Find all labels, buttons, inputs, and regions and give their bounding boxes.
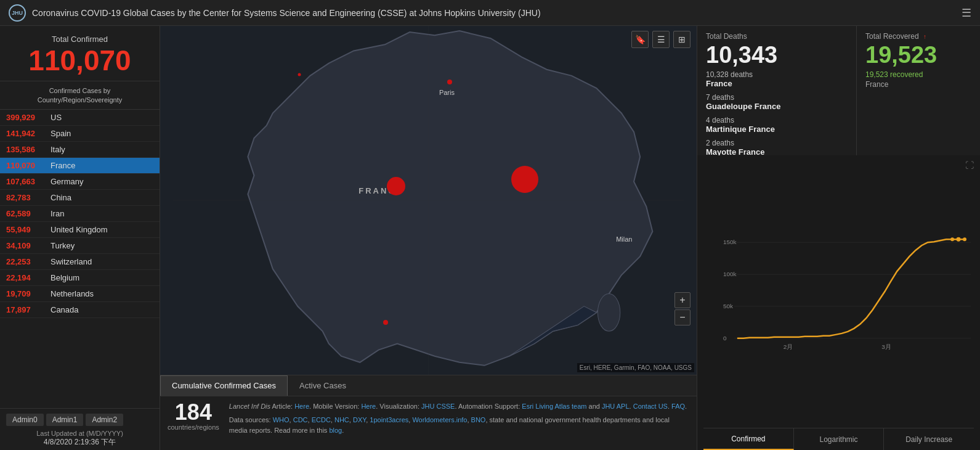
sidebar: Total Confirmed 110,070 Confirmed Cases … xyxy=(0,26,160,450)
recovered-card: Total Recovered ↑ 19,523 19,523 recovere… xyxy=(857,26,980,155)
link-jhu-apl[interactable]: JHU APL xyxy=(602,403,630,410)
recovered-country: France xyxy=(865,80,971,89)
map-label-paris: Paris xyxy=(439,89,455,96)
link-cdc[interactable]: CDC xyxy=(293,416,308,423)
last-updated: Last Updated at (M/D/YYYY) 4/8/2020 2:19… xyxy=(6,430,153,448)
zoom-out-button[interactable]: − xyxy=(674,309,690,325)
map-red-dot xyxy=(387,177,405,195)
tab-active-cases[interactable]: Active Cases xyxy=(288,375,358,396)
country-name: France xyxy=(51,161,75,170)
chart-tabs: Confirmed Logarithmic Daily Increase xyxy=(703,428,974,450)
country-name: Turkey xyxy=(51,241,75,250)
country-count: 399,929 xyxy=(6,113,51,122)
link-who[interactable]: WHO xyxy=(273,416,290,423)
death-country: Martinique France xyxy=(706,125,848,134)
link-faq[interactable]: FAQ xyxy=(671,403,685,410)
country-item[interactable]: 135,586Italy xyxy=(0,142,160,158)
last-updated-value: 4/8/2020 2:19:36 下午 xyxy=(6,437,153,448)
country-count: 19,709 xyxy=(6,289,51,298)
svg-text:100k: 100k xyxy=(723,271,737,277)
chart-tab-confirmed[interactable]: Confirmed xyxy=(703,428,794,450)
jhu-logo: JHU xyxy=(9,4,26,22)
info-line2: Data sources: WHO, CDC, ECDC, NHC, DXY, … xyxy=(229,415,689,436)
country-name: US xyxy=(51,113,62,122)
country-count: 141,942 xyxy=(6,129,51,138)
total-confirmed-number: 110,070 xyxy=(5,46,155,75)
death-entry: 2 deathsMayotte France xyxy=(706,139,848,155)
link-blog[interactable]: blog xyxy=(329,427,342,434)
map-red-dot xyxy=(298,73,301,76)
country-item[interactable]: 22,194Belgium xyxy=(0,270,160,286)
chart-tab-logarithmic[interactable]: Logarithmic xyxy=(794,428,885,450)
link-bno[interactable]: BNO xyxy=(471,416,486,423)
link-esri[interactable]: Esri Living Atlas team xyxy=(522,403,586,410)
link-jhu-csse[interactable]: JHU CSSE xyxy=(421,403,455,410)
deaths-number: 10,343 xyxy=(706,43,848,67)
link-ecdc[interactable]: ECDC xyxy=(312,416,331,423)
link-1point3acres[interactable]: 1point3acres xyxy=(370,416,408,423)
chart-tab-daily-increase[interactable]: Daily Increase xyxy=(884,428,974,450)
country-name: Italy xyxy=(51,145,65,154)
bottom-info: 184 countries/regions Lancet Inf Dis Art… xyxy=(160,396,697,450)
country-name: Germany xyxy=(51,177,83,186)
country-item[interactable]: 17,897Canada xyxy=(0,302,160,318)
total-confirmed-label: Total Confirmed xyxy=(5,35,155,44)
death-country: Mayotte France xyxy=(706,147,848,155)
link-contact[interactable]: Contact US xyxy=(633,403,668,410)
bookmark-icon[interactable]: 🔖 xyxy=(631,31,649,48)
menu-icon[interactable]: ☰ xyxy=(962,6,971,20)
country-item[interactable]: 34,109Turkey xyxy=(0,238,160,254)
country-count: 55,949 xyxy=(6,225,51,234)
svg-text:0: 0 xyxy=(723,335,727,342)
country-item[interactable]: 82,783China xyxy=(0,190,160,206)
deaths-title: Total Deaths xyxy=(706,32,848,41)
link-mobile[interactable]: Here xyxy=(361,403,376,410)
chart-canvas: 150k 100k 50k 0 2月 3月 xyxy=(703,162,974,428)
country-item[interactable]: 22,253Switzerland xyxy=(0,254,160,270)
sidebar-bottom: Admin0Admin1Admin2 Last Updated at (M/D/… xyxy=(0,408,160,450)
svg-text:150k: 150k xyxy=(723,239,737,245)
link-dxy[interactable]: DXY xyxy=(353,416,366,423)
header: JHU Coronavirus COVID-19 Global Cases by… xyxy=(0,0,980,26)
country-name: United Kingdom xyxy=(51,225,108,234)
link-worldometers[interactable]: Worldometers.info xyxy=(412,416,467,423)
country-item[interactable]: 107,663Germany xyxy=(0,174,160,190)
list-icon[interactable]: ☰ xyxy=(652,31,670,48)
map-red-dot xyxy=(383,320,388,325)
link-nhc[interactable]: NHC xyxy=(334,416,349,423)
link-lancet[interactable]: Here xyxy=(294,403,309,410)
country-item[interactable]: 141,942Spain xyxy=(0,126,160,142)
country-count: 107,663 xyxy=(6,177,51,186)
admin-tabs: Admin0Admin1Admin2 xyxy=(6,414,153,426)
grid-icon[interactable]: ⊞ xyxy=(673,31,690,48)
info-line1: Lancet Inf Dis Article: Here. Mobile Ver… xyxy=(229,401,689,412)
country-item[interactable]: 399,929US xyxy=(0,110,160,126)
death-country: Guadeloupe France xyxy=(706,102,848,111)
admin-tab[interactable]: Admin1 xyxy=(46,414,84,426)
country-name: Canada xyxy=(51,305,79,314)
death-count: 10,328 deaths xyxy=(706,70,848,79)
svg-text:2月: 2月 xyxy=(784,343,793,350)
main-content: Total Confirmed 110,070 Confirmed Cases … xyxy=(0,26,980,450)
country-item[interactable]: 62,589Iran xyxy=(0,206,160,222)
country-item[interactable]: 19,709Netherlands xyxy=(0,286,160,302)
map-container[interactable]: Paris FRANCE Milan 🔖 ☰ ⊞ + − Esri, HERE, xyxy=(160,26,697,375)
country-item[interactable]: 55,949United Kingdom xyxy=(0,222,160,238)
death-entries: 10,328 deathsFrance7 deathsGuadeloupe Fr… xyxy=(706,70,848,155)
map-red-dot xyxy=(511,166,538,193)
map-area: Paris FRANCE Milan 🔖 ☰ ⊞ + − Esri, HERE, xyxy=(160,26,697,450)
country-item[interactable]: 110,070France xyxy=(0,158,160,174)
map-red-dot xyxy=(447,80,452,84)
confirmed-by-region-label: Confirmed Cases byCountry/Region/Soverei… xyxy=(0,81,160,110)
death-entry: 7 deathsGuadeloupe France xyxy=(706,93,848,111)
country-name: Spain xyxy=(51,129,71,138)
map-toolbar: 🔖 ☰ ⊞ xyxy=(631,31,690,48)
chart-svg: 150k 100k 50k 0 2月 3月 xyxy=(703,162,974,428)
zoom-in-button[interactable]: + xyxy=(674,292,690,308)
admin-tab[interactable]: Admin0 xyxy=(6,414,44,426)
admin-tab[interactable]: Admin2 xyxy=(86,414,123,426)
svg-text:50k: 50k xyxy=(723,303,733,309)
tab-cumulative-confirmed[interactable]: Cumulative Confirmed Cases xyxy=(160,375,288,396)
country-count-number: 184 xyxy=(168,401,219,423)
country-name: Belgium xyxy=(51,273,79,282)
